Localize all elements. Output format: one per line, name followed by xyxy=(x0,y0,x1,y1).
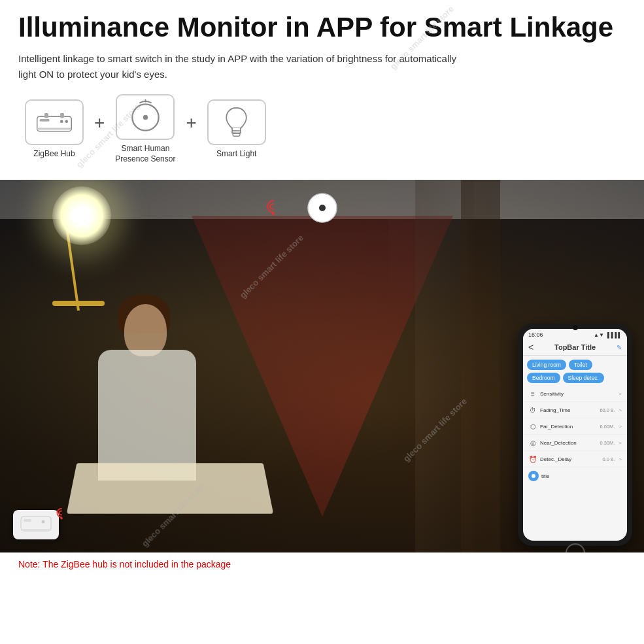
person-shape xyxy=(33,271,294,552)
zigbee-signal-top-icon xyxy=(263,198,283,222)
setting-row-near-detection: ◎ Near_Detection 0.30M. > xyxy=(523,435,627,451)
smart-light-label: Smart Light xyxy=(216,149,256,160)
lamp-light xyxy=(52,186,111,245)
svg-point-21 xyxy=(60,517,63,520)
phone-settings-list: ≡ Sensitivity > ⏱ Fading_Time 60.0 8. > … xyxy=(523,384,627,541)
zigbee-signal-bottom-icon xyxy=(54,507,69,524)
svg-rect-6 xyxy=(60,112,64,118)
zigbee-hub-icon-item: ZigBee Hub xyxy=(25,99,84,160)
svg-rect-4 xyxy=(37,127,72,129)
detec-delay-arrow: > xyxy=(619,456,622,462)
fading-time-arrow: > xyxy=(619,407,622,413)
setting-row-sensitivity: ≡ Sensitivity > xyxy=(523,386,627,402)
note-text: Note: The ZigBee hub is not included in … xyxy=(18,559,231,569)
zigbee-hub-icon-box xyxy=(25,99,84,145)
far-detection-icon: ⬡ xyxy=(528,422,537,431)
person-head xyxy=(124,304,167,356)
product-icons-row: ZigBee Hub + Smart Human Presence Sensor… xyxy=(18,94,626,164)
setting-row-far-detection: ⬡ Far_Detection 6.00M. > xyxy=(523,418,627,435)
hub-box-svg xyxy=(20,513,52,536)
far-detection-name: Far_Detection xyxy=(540,424,597,430)
fading-time-icon: ⏱ xyxy=(528,405,537,415)
page-subtitle: Intelligent linkage to smart switch in t… xyxy=(18,51,476,82)
sensitivity-arrow: > xyxy=(619,391,622,397)
top-section: Illuminance Monitor in APP for Smart Lin… xyxy=(0,0,644,180)
phone-back-button[interactable]: < xyxy=(528,342,534,352)
svg-point-19 xyxy=(42,520,45,524)
phone-status-bar: 16:06 ▲▼ ▐▐▐ ▌ xyxy=(523,329,627,339)
near-detection-arrow: > xyxy=(619,440,622,446)
person-body xyxy=(98,350,196,481)
near-detection-value: 0.30M. xyxy=(600,440,615,446)
sensitivity-name: Sensitivity xyxy=(540,391,612,397)
plus-sign-1: + xyxy=(94,112,105,146)
toggle-icon xyxy=(530,473,537,479)
svg-rect-20 xyxy=(21,529,51,531)
detec-delay-name: Detec._Delay xyxy=(540,456,600,462)
svg-point-2 xyxy=(60,120,63,123)
fading-time-name: Fading_Time xyxy=(540,407,597,413)
main-image-area: 16:06 ▲▼ ▐▐▐ ▌ < TopBar Title ✎ Living r… xyxy=(0,180,644,552)
smart-light-icon-box xyxy=(207,99,266,145)
presence-sensor-label: Smart Human Presence Sensor xyxy=(115,144,175,164)
setting-row-fading-time: ⏱ Fading_Time 60.0 8. > xyxy=(523,402,627,418)
svg-point-8 xyxy=(143,115,148,120)
phone-home-button[interactable] xyxy=(566,543,585,552)
zigbee-hub-label: ZigBee Hub xyxy=(33,149,75,160)
note-bar: Note: The ZigBee hub is not included in … xyxy=(0,552,644,575)
phone-room-buttons: Living room Toilet Bedroom Sleep detec. xyxy=(523,356,627,384)
room-btn-toilet[interactable]: Toilet xyxy=(569,360,592,370)
near-detection-icon: ◎ xyxy=(528,438,537,447)
phone-screen: 16:06 ▲▼ ▐▐▐ ▌ < TopBar Title ✎ Living r… xyxy=(523,329,627,541)
sensitivity-icon: ≡ xyxy=(528,389,537,398)
phone-mockup: 16:06 ▲▼ ▐▐▐ ▌ < TopBar Title ✎ Living r… xyxy=(518,324,632,546)
near-detection-name: Near_Detection xyxy=(540,440,597,446)
svg-point-22 xyxy=(532,474,535,478)
page-title: Illuminance Monitor in APP for Smart Lin… xyxy=(18,12,626,43)
detec-delay-icon: ⏰ xyxy=(528,454,537,464)
presence-sensor-icon-item: Smart Human Presence Sensor xyxy=(115,94,175,164)
svg-point-3 xyxy=(65,120,69,123)
svg-rect-5 xyxy=(44,112,48,118)
setting-row-detec-delay: ⏰ Detec._Delay 0.0 8. > xyxy=(523,451,627,467)
phone-icons: ▲▼ ▐▐▐ ▌ xyxy=(594,332,622,338)
lamp-base xyxy=(52,301,105,306)
presence-sensor-icon-box xyxy=(116,94,175,140)
svg-point-15 xyxy=(319,205,326,211)
phone-nav-title: TopBar Title xyxy=(536,343,614,351)
phone-nav-bar: < TopBar Title ✎ xyxy=(523,339,627,356)
toggle-label: title xyxy=(541,473,622,479)
sensor-device xyxy=(303,192,342,227)
room-btn-living-room[interactable]: Living room xyxy=(527,360,566,370)
sensor-device-svg xyxy=(303,192,342,224)
phone-edit-button[interactable]: ✎ xyxy=(617,344,622,351)
svg-rect-1 xyxy=(40,118,50,121)
svg-rect-17 xyxy=(21,517,51,531)
room-btn-sleep[interactable]: Sleep detec. xyxy=(563,373,604,383)
fading-time-value: 60.0 8. xyxy=(600,407,615,413)
smart-light-svg xyxy=(222,105,251,141)
svg-rect-12 xyxy=(233,133,240,136)
room-btn-bedroom[interactable]: Bedroom xyxy=(527,373,560,383)
phone-camera xyxy=(573,325,578,330)
zigbee-hub-svg xyxy=(35,108,74,137)
far-detection-value: 6.00M. xyxy=(600,424,615,430)
svg-point-16 xyxy=(272,212,275,215)
book-shape xyxy=(67,464,273,514)
toggle-row: title xyxy=(523,467,627,484)
phone-time: 16:06 xyxy=(528,331,543,338)
toggle-circle[interactable] xyxy=(528,471,539,481)
smart-light-icon-item: Smart Light xyxy=(207,99,266,160)
detec-delay-value: 0.0 8. xyxy=(603,456,615,462)
svg-rect-18 xyxy=(24,519,31,522)
hub-box xyxy=(13,510,59,539)
plus-sign-2: + xyxy=(186,112,196,146)
far-detection-arrow: > xyxy=(619,424,622,430)
hub-device-bottom xyxy=(13,510,59,539)
presence-sensor-svg xyxy=(127,99,163,135)
